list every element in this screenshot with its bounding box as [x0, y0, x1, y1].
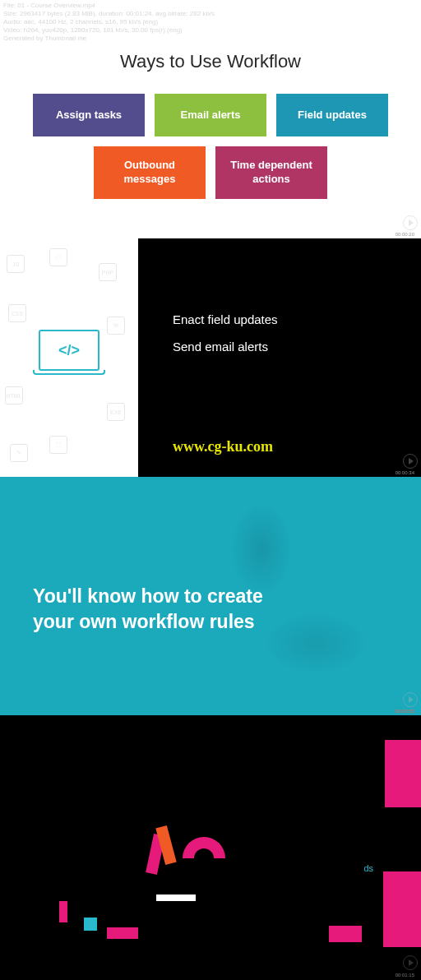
laptop-screen-icon: </>	[39, 330, 99, 371]
magenta-block-icon	[329, 926, 362, 942]
meta-generated: Generated by Thumbnail me	[3, 35, 215, 43]
thumbnail-frame-3: You'll know how to create your own workf…	[0, 477, 421, 715]
box-outbound-messages: Outbound messages	[94, 146, 206, 199]
boxes-row-1: Assign tasks Email alerts Field updates	[0, 94, 421, 136]
box-assign-tasks: Assign tasks	[33, 94, 145, 136]
laptop-icon: </>	[33, 330, 105, 386]
magenta-block-icon	[385, 740, 421, 807]
magenta-arc-icon	[183, 837, 225, 858]
meta-file: File: 01 - Course Overview.mp4	[3, 2, 215, 10]
frame-timestamp: 00:00:34	[396, 470, 414, 475]
code-symbol: </>	[58, 342, 80, 359]
box-field-updates: Field updates	[276, 94, 388, 136]
cyan-block-icon	[84, 918, 97, 931]
magenta-block-icon	[59, 901, 67, 922]
magenta-block-icon	[383, 871, 421, 947]
video-metadata-overlay: File: 01 - Course Overview.mp4 Size: 296…	[3, 2, 215, 43]
box-time-dependent: Time dependent actions	[215, 146, 327, 199]
thumbnail-frame-2: JS ⬚ PHP CSS ✉ HTML EXE ⬚ ✎ </> Enact fi…	[0, 238, 421, 477]
bullet-2: Send email alerts	[173, 333, 278, 360]
slide-headline: You'll know how to create your own workf…	[33, 584, 263, 635]
slide-bullets: Enact field updates Send email alerts	[173, 306, 278, 360]
headline-line-1: You'll know how to create	[33, 584, 263, 609]
meta-video: Video: h264, yuv420p, 1280x720, 181 kb/s…	[3, 26, 215, 35]
play-icon	[403, 955, 418, 970]
bullet-1: Enact field updates	[173, 306, 278, 333]
play-icon	[403, 215, 418, 230]
boxes-row-2: Outbound messages Time dependent actions	[0, 146, 421, 199]
headline-line-2: your own workflow rules	[33, 609, 263, 635]
meta-size: Size: 2963417 bytes (2.83 MiB), duration…	[3, 10, 215, 18]
box-email-alerts: Email alerts	[155, 94, 266, 136]
frame-timestamp: 00:00:55	[396, 709, 414, 714]
thumbnail-frame-4: ds 00:01:15	[0, 715, 421, 980]
magenta-block-icon	[107, 927, 138, 939]
play-icon	[403, 692, 418, 707]
frame-timestamp: 00:01:15	[396, 973, 414, 978]
laptop-base-icon	[33, 370, 105, 375]
watermark-url: www.cg-ku.com	[173, 438, 273, 455]
white-bar-icon	[156, 894, 196, 901]
play-icon	[403, 454, 418, 469]
frame-timestamp: 00:00:20	[396, 232, 414, 237]
left-illustration-panel: JS ⬚ PHP CSS ✉ HTML EXE ⬚ ✎ </>	[0, 238, 138, 477]
text-fragment: ds	[363, 863, 373, 873]
meta-audio: Audio: aac, 44100 Hz, 2 channels, s16, 9…	[3, 18, 215, 26]
